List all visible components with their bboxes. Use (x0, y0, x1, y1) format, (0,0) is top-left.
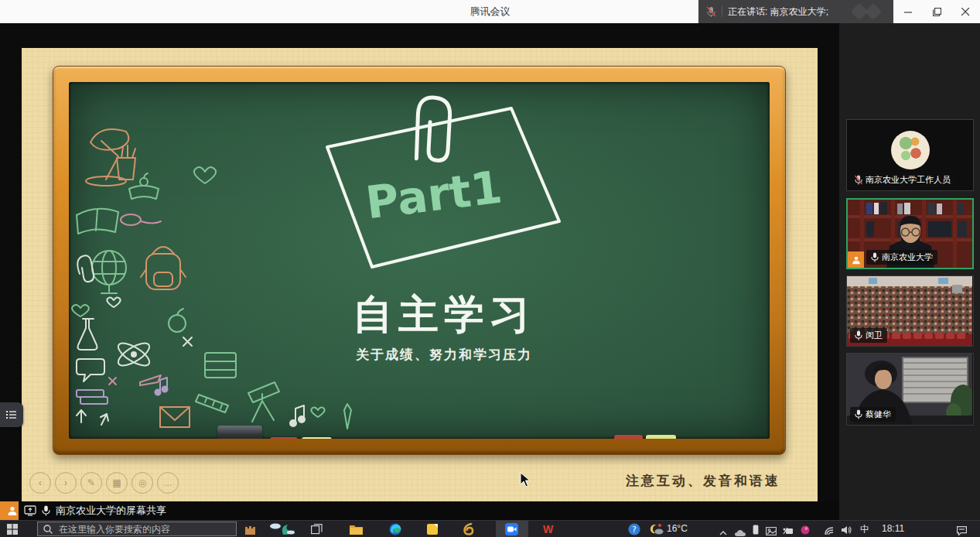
chalkboard-frame: Part1 自主学习 关于成绩、努力和学习压力 (53, 66, 786, 455)
taskbar-search[interactable] (37, 522, 237, 536)
slide-footnote: 注意互动、发音和语速 (626, 472, 780, 490)
ime-indicator[interactable]: 中 (860, 523, 869, 536)
slide-subtitle: 关于成绩、努力和学习压力 (247, 346, 641, 364)
participant-label: 闵卫 (850, 328, 887, 343)
wps-office-icon[interactable]: W (543, 523, 553, 535)
person-icon (7, 505, 18, 516)
maximize-button[interactable] (923, 0, 951, 23)
speaking-text: 正在讲话: 南京农业大学; (728, 5, 828, 19)
yellow-doc-app-icon[interactable] (427, 524, 438, 537)
participant-name: 蔡健华 (866, 409, 891, 420)
tray-phone-icon[interactable] (753, 524, 759, 537)
screen-share-icon (24, 505, 36, 516)
presentation-slide: Part1 自主学习 关于成绩、努力和学习压力 注意互动、发音和语速 ‹ › ✎… (22, 48, 818, 501)
edge-browser-icon[interactable] (389, 523, 401, 537)
tray-volume-icon[interactable] (842, 524, 852, 537)
speaking-indicator: 正在讲话: 南京农业大学; (698, 0, 893, 23)
participant-name: 闵卫 (866, 330, 883, 341)
yellow-chalk (646, 435, 676, 439)
annotation-panel-handle[interactable] (0, 402, 23, 427)
tray-chevron-icon[interactable] (719, 525, 727, 537)
prev-slide-icon: ‹ (29, 472, 51, 494)
mic-icon (855, 409, 862, 419)
task-view-icon[interactable] (311, 524, 323, 537)
close-button[interactable] (951, 0, 980, 23)
blackboard-eraser (217, 426, 262, 439)
gold-app-icon[interactable] (463, 523, 475, 537)
slide-title: 自主学习 (247, 288, 641, 342)
search-input[interactable] (57, 523, 230, 535)
yellow-chalk (302, 437, 332, 439)
tray-cloud-icon[interactable] (735, 525, 746, 537)
castle-app-icon[interactable] (244, 524, 256, 537)
red-chalk (614, 435, 643, 439)
participant-label: 南京农业大学工作人员 (850, 173, 955, 187)
start-button[interactable] (7, 524, 18, 537)
participant-name: 南京农业大学 (882, 251, 933, 263)
next-slide-icon: › (55, 472, 77, 494)
list-icon (6, 410, 17, 419)
mic-muted-icon (706, 6, 716, 18)
search-icon (43, 525, 53, 534)
presenter-controls: ‹ › ✎ ▦ ◎ … (29, 472, 179, 494)
windows-logo-icon (7, 524, 18, 535)
tray-screenshot-icon[interactable] (766, 525, 777, 537)
participant-label: 南京农业大学 (866, 250, 937, 265)
avatar (891, 131, 930, 169)
window-controls (894, 0, 980, 23)
note-sketch (69, 82, 770, 439)
mouse-cursor (520, 472, 531, 487)
clock[interactable]: 18:11 (882, 523, 904, 534)
participant-tile[interactable]: 蔡健华 (846, 353, 974, 426)
mic-icon (855, 330, 862, 340)
pen-icon: ✎ (80, 472, 102, 494)
red-chalk (270, 437, 298, 439)
tencent-meeting-app-icon[interactable] (505, 523, 518, 537)
participants-sidebar: 南京农业大学工作人员 (839, 23, 980, 520)
sharer-badge (0, 501, 19, 520)
participant-label: 蔡健华 (850, 407, 896, 422)
divider (722, 6, 722, 17)
tray-network-icon[interactable] (825, 525, 835, 537)
sharing-indicator-badge (848, 251, 864, 268)
tray-pink-app-icon[interactable] (801, 524, 810, 537)
mic-icon (42, 505, 50, 516)
grid-icon: ▦ (106, 472, 128, 494)
person-icon (852, 255, 861, 265)
thumbnail-resize-grip[interactable] (952, 285, 962, 293)
moon-cloud-icon (650, 523, 664, 535)
participant-tile[interactable]: 南京农业大学工作人员 (846, 119, 974, 191)
svg-text:?: ? (632, 525, 637, 535)
temperature-label[interactable]: 16°C (667, 523, 688, 534)
window-titlebar: 腾讯会议 正在讲话: 南京农业大学; (0, 0, 980, 24)
action-center-icon[interactable] (957, 525, 967, 537)
mic-icon (871, 252, 879, 262)
share-bar-label: 南京农业大学的屏幕共享 (56, 504, 166, 518)
mic-muted-icon (855, 175, 862, 185)
zoom-icon: ◎ (131, 472, 153, 494)
weather-widget[interactable] (650, 523, 664, 537)
minimize-button[interactable] (894, 0, 923, 23)
tray-snip-icon[interactable] (783, 525, 794, 537)
meeting-logo-watermark-icon (865, 3, 883, 21)
screen-share-bar: 南京农业大学的屏幕共享 (0, 501, 839, 520)
shared-screen-stage: Part1 自主学习 关于成绩、努力和学习压力 注意互动、发音和语速 ‹ › ✎… (0, 23, 839, 520)
windows-taskbar: W ? 16°C 中 18:11 (0, 520, 980, 537)
participant-tile-active-speaker[interactable]: 南京农业大学 (846, 198, 974, 269)
help-app-icon[interactable]: ? (628, 523, 640, 537)
participant-name: 南京农业大学工作人员 (866, 174, 951, 186)
weather-wave-app-icon[interactable] (269, 523, 295, 537)
chalkboard: Part1 自主学习 关于成绩、努力和学习压力 (69, 82, 770, 439)
more-icon: … (157, 472, 179, 494)
file-explorer-icon[interactable] (350, 524, 363, 537)
